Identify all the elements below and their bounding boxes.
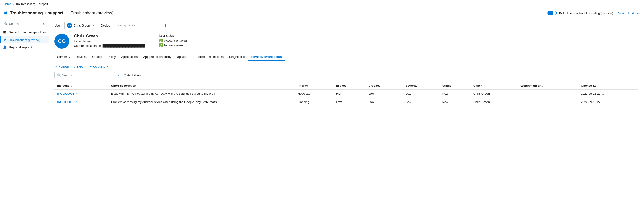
toolbar: ↻ Refresh ↓ Export ≡ Columns ▾ [54, 65, 638, 68]
add-filters-button[interactable]: ▽ Add filters [122, 73, 142, 78]
profile-section: CG Chris Green Email: None User principa… [54, 34, 638, 49]
tab-devices[interactable]: Devices [73, 53, 89, 61]
assignment-cell [517, 98, 578, 106]
assignment-cell [517, 89, 578, 98]
opened-at-cell: 2022-09-13 22:... [578, 98, 638, 106]
tab-enrollment[interactable]: Enrollment restrictions [191, 53, 226, 61]
table-row: INC0010002 ↗ Problem accessing my Androi… [54, 98, 638, 106]
profile-avatar: CG [54, 34, 69, 49]
profile-upn: User principal name: ███████████████████… [74, 44, 145, 47]
sidebar-collapse-button[interactable]: « [43, 22, 45, 25]
urgency-cell: Low [366, 89, 403, 98]
table-search-input[interactable] [62, 73, 112, 77]
columns-button[interactable]: ≡ Columns ▾ [90, 65, 108, 68]
tab-groups[interactable]: Groups [89, 53, 105, 61]
status-cell: New [440, 89, 471, 98]
troubleshoot-icon: ✖ [4, 10, 8, 16]
page-title-bar: ✖ Troubleshooting + support | Troublesho… [0, 8, 644, 18]
breadcrumb-bar: Home > Troubleshooting + support [0, 0, 644, 8]
refresh-icon: ↻ [54, 65, 57, 68]
device-info-icon: ℹ [165, 23, 166, 27]
user-chip-close-button[interactable]: ✕ [92, 24, 95, 27]
external-link-icon: ↗ [75, 92, 77, 95]
tab-app-protection[interactable]: App protection policy [140, 53, 174, 61]
title-separator: | [66, 11, 68, 15]
breadcrumb-separator: > [12, 2, 14, 6]
tabs-bar: Summary Devices Groups Policy Applicatio… [54, 53, 638, 61]
tab-servicenow[interactable]: ServiceNow incidents [248, 53, 284, 61]
priority-cell: Planning [294, 98, 333, 106]
filter-icon: ▽ [124, 73, 126, 77]
account-enabled-check-icon: ✅ [159, 39, 163, 42]
sidebar-item-troubleshoot[interactable]: ✖ Troubleshoot (preview) [0, 36, 49, 43]
priority-cell: Moderate [294, 89, 333, 98]
incident-link-0[interactable]: INC0010003 ↗ [57, 92, 106, 95]
help-support-icon: 👤 [3, 45, 6, 49]
refresh-button[interactable]: ↻ Refresh [54, 65, 69, 68]
incident-link-1[interactable]: INC0010002 ↗ [57, 100, 106, 104]
tab-updates[interactable]: Updates [174, 53, 191, 61]
columns-icon: ≡ [90, 65, 92, 68]
short-desc-cell: Issue with my PC not starting up correct… [108, 89, 295, 98]
urgency-cell: Low [366, 98, 403, 106]
breadcrumb: Home > Troubleshooting + support [4, 2, 48, 6]
user-chip-avatar: CG [67, 23, 72, 28]
user-status-section: User status ✅ Account enabled ✅ Intune l… [159, 34, 187, 48]
toggle-label: Default to new troubleshooting (preview) [559, 11, 613, 15]
page-title-main: Troubleshooting + support [10, 11, 63, 15]
breadcrumb-home[interactable]: Home [4, 2, 11, 6]
breadcrumb-current: Troubleshooting + support [16, 2, 48, 6]
opened-at-cell: 2022-09-21 22:... [578, 89, 638, 98]
device-filter-input[interactable]: Filter by device [114, 22, 160, 28]
tab-applications[interactable]: Applications [118, 53, 140, 61]
sidebar-item-label: Guided scenarios (preview) [9, 31, 46, 34]
tab-diagnostics[interactable]: Diagnostics [226, 53, 248, 61]
status-account-enabled: ✅ Account enabled [159, 39, 187, 42]
export-button[interactable]: ↓ Export [74, 65, 86, 68]
incidents-table: Incident ↓ Short description Priority Im… [54, 82, 638, 106]
incident-sort-icon[interactable]: ↓ [70, 84, 72, 87]
col-assignment: Assignment gr... [517, 82, 578, 89]
col-severity: Severity [403, 82, 440, 89]
intune-licensed-check-icon: ✅ [159, 43, 163, 47]
user-chip-name: Chris Green [74, 24, 90, 27]
columns-chevron-icon: ▾ [106, 65, 108, 68]
short-desc-cell: Problem accessing my Android device when… [108, 98, 295, 106]
table-search-box[interactable]: 🔍 [54, 72, 115, 78]
tab-policy[interactable]: Policy [105, 53, 119, 61]
col-caller: Caller [471, 82, 517, 89]
device-placeholder: Filter by device [116, 24, 135, 27]
troubleshoot-nav-icon: ✖ [4, 38, 7, 42]
table-row: INC0010003 ↗ Issue with my PC not starti… [54, 89, 638, 98]
caller-cell: Chris Green [471, 98, 517, 106]
user-chip[interactable]: CG Chris Green ✕ [64, 22, 97, 29]
sidebar-search-input[interactable] [9, 22, 42, 25]
col-incident: Incident ↓ [54, 82, 108, 89]
search-filter-row: 🔍 ℹ ▽ Add filters [54, 72, 638, 78]
profile-info: Chris Green Email: None User principal n… [74, 34, 145, 47]
sidebar-item-label: Troubleshoot (preview) [10, 38, 40, 42]
caller-cell: Chris Green [471, 89, 517, 98]
new-troubleshooting-toggle[interactable] [548, 11, 557, 15]
search-info-icon[interactable]: ℹ [118, 73, 119, 77]
sidebar-item-help-support[interactable]: 👤 Help and support [0, 43, 49, 51]
title-ellipsis[interactable]: ··· [118, 11, 120, 15]
status-intune-licensed: ✅ Intune licensed [159, 43, 187, 47]
user-status-title: User status [159, 34, 187, 37]
col-impact: Impact [334, 82, 366, 89]
sidebar: 🔍 « ⊞ Guided scenarios (preview) ✖ Troub… [0, 18, 49, 216]
col-status: Status [440, 82, 471, 89]
guided-scenarios-icon: ⊞ [3, 30, 6, 34]
main-layout: 🔍 « ⊞ Guided scenarios (preview) ✖ Troub… [0, 18, 644, 216]
sidebar-item-label: Help and support [9, 45, 32, 49]
profile-name: Chris Green [74, 34, 145, 39]
device-filter-label: Device [101, 24, 110, 27]
impact-cell: Low [334, 98, 366, 106]
col-short-desc: Short description [108, 82, 295, 89]
provide-feedback-link[interactable]: Provide feedback [617, 11, 640, 15]
tab-summary[interactable]: Summary [54, 53, 73, 61]
sidebar-search-box[interactable]: 🔍 « [2, 21, 47, 27]
export-icon: ↓ [74, 65, 76, 68]
sidebar-item-guided-scenarios[interactable]: ⊞ Guided scenarios (preview) [0, 29, 49, 36]
severity-cell: Low [403, 98, 440, 106]
